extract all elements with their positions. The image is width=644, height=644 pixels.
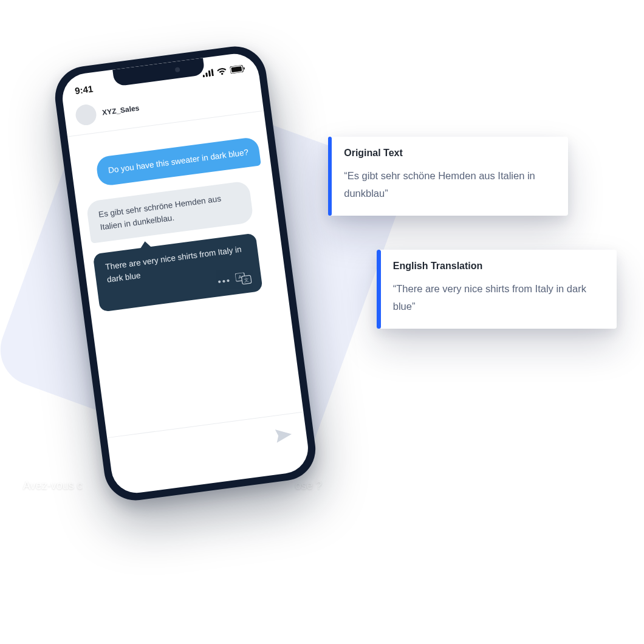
- card-accent-bar: [377, 250, 381, 329]
- svg-rect-6: [244, 67, 245, 69]
- translation-title: English Translation: [393, 261, 603, 272]
- signal-icon: [202, 67, 214, 79]
- message-sent[interactable]: Do you have this sweater in dark blue?: [95, 137, 261, 187]
- status-time: 9:41: [74, 83, 94, 96]
- translation-body: “There are very nice shirts from Italy i…: [393, 280, 603, 315]
- svg-rect-2: [208, 70, 211, 77]
- status-right: [202, 63, 245, 79]
- phone-screen: 9:41 XYZ_Sales Do you: [60, 51, 311, 496]
- phone-mockup: 9:41 XYZ_Sales Do you: [52, 43, 320, 504]
- send-button[interactable]: [274, 426, 294, 444]
- translation-card: English Translation “There are very nice…: [377, 250, 617, 329]
- original-text-body: “Es gibt sehr schöne Hemden aus Italien …: [344, 167, 555, 202]
- phone-frame: 9:41 XYZ_Sales Do you: [52, 43, 320, 504]
- svg-rect-0: [203, 75, 205, 77]
- original-text-card: Original Text “Es gibt sehr schöne Hemde…: [328, 137, 568, 216]
- wifi-icon: [216, 66, 227, 77]
- original-text-title: Original Text: [344, 148, 555, 159]
- more-icon[interactable]: •••: [218, 275, 232, 286]
- callout-cards: Original Text “Es gibt sehr schöne Hemde…: [328, 137, 617, 329]
- svg-rect-1: [205, 72, 208, 77]
- message-list: Do you have this sweater in dark blue? E…: [67, 111, 288, 321]
- avatar[interactable]: [74, 103, 97, 126]
- svg-text:文: 文: [244, 277, 249, 283]
- message-received[interactable]: Es gibt sehr schröne Hemden aus Italien …: [86, 180, 254, 243]
- translation-bubble[interactable]: There are very nice shirts from Italy in…: [93, 233, 263, 312]
- caption-left: Avez-vous c: [23, 479, 83, 492]
- translate-icon[interactable]: A文: [235, 272, 252, 286]
- battery-icon: [230, 63, 245, 75]
- caption-right: ose ?: [295, 479, 322, 492]
- chat-contact-name[interactable]: XYZ_Sales: [101, 104, 140, 117]
- svg-rect-3: [211, 69, 214, 76]
- svg-rect-5: [231, 66, 242, 72]
